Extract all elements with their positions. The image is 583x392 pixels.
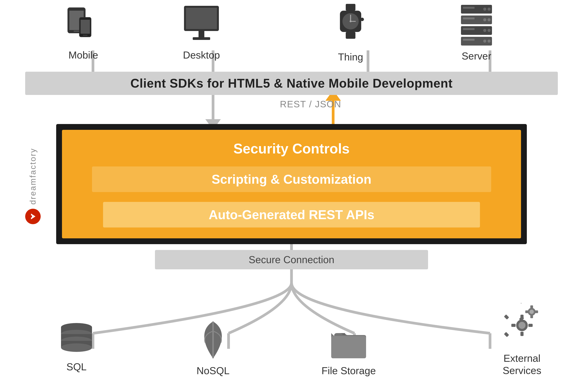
svg-point-45 [483,29,486,32]
svg-rect-60 [331,336,366,358]
sql-label: SQL [66,361,86,372]
svg-rect-32 [346,32,355,39]
secure-connection-bar: Secure Connection [155,250,428,269]
api-label: Auto-Generated REST APIs [209,207,374,222]
sql-icon-item: SQL [58,322,95,372]
nosql-icon [196,320,230,361]
mobile-icon-item: Mobile [66,6,101,61]
server-label: Server [462,50,491,62]
svg-point-48 [488,40,491,43]
df-inner-box: Security Controls Scripting & Customizat… [62,130,521,238]
file-storage-icon-item: File Storage [322,324,376,376]
sdk-bar: Client SDKs for HTML5 & Native Mobile De… [25,72,558,95]
svg-rect-73 [530,306,533,308]
svg-rect-20 [80,20,90,34]
svg-point-36 [488,8,491,11]
svg-point-72 [530,310,534,314]
svg-point-41 [483,18,486,21]
svg-rect-67 [519,303,524,304]
svg-point-44 [488,29,491,32]
svg-rect-26 [346,4,355,11]
thing-icon [335,4,366,47]
df-logo [25,209,41,224]
nosql-icon-item: NoSQL [196,320,230,376]
desktop-icon-item: Desktop [182,4,221,61]
svg-rect-24 [198,31,204,38]
svg-rect-74 [530,315,533,318]
svg-rect-76 [535,310,538,313]
desktop-icon [182,4,221,45]
server-icon [457,3,496,46]
svg-rect-64 [521,332,524,336]
svg-point-33 [361,18,364,21]
svg-point-49 [483,40,486,43]
svg-rect-69 [504,314,509,320]
rest-json-label: REST / JSON [280,99,341,110]
df-vertical-text: dreamfactory [28,148,37,204]
external-services-icon-item: ExternalServices [500,303,544,376]
external-services-icon [500,303,544,348]
dreamfactory-side-label: dreamfactory [25,132,41,240]
top-icons-row: Mobile Desktop [0,0,583,74]
thing-icon-item: Thing [335,4,366,63]
svg-rect-35 [463,7,475,9]
svg-rect-47 [463,39,475,41]
svg-point-31 [350,20,352,22]
sql-icon [58,322,95,357]
svg-rect-43 [463,28,475,30]
svg-rect-34 [461,5,492,14]
nosql-label: NoSQL [197,365,230,376]
svg-point-62 [519,322,526,329]
svg-rect-75 [525,310,528,313]
svg-rect-18 [74,30,79,32]
svg-rect-25 [193,37,210,40]
scripting-box: Scripting & Customization [92,166,491,192]
svg-rect-39 [463,18,475,20]
svg-rect-46 [461,37,492,46]
mobile-icon [66,6,101,45]
svg-rect-52 [30,216,32,218]
df-outer-box: Security Controls Scripting & Customizat… [56,124,527,244]
svg-rect-66 [528,324,533,327]
svg-rect-38 [461,16,492,24]
desktop-label: Desktop [183,49,220,61]
api-box: Auto-Generated REST APIs [103,202,480,228]
server-icon-item: Server [457,3,496,62]
svg-rect-68 [504,332,509,337]
scripting-label: Scripting & Customization [212,172,372,186]
svg-point-59 [61,343,92,352]
external-services-label: ExternalServices [503,352,541,376]
svg-rect-21 [83,35,87,36]
svg-rect-42 [461,26,492,35]
svg-rect-65 [511,324,516,327]
diagram-container: Mobile Desktop [0,0,583,392]
thing-label: Thing [338,51,363,63]
sdk-bar-text: Client SDKs for HTML5 & Native Mobile De… [130,76,453,90]
svg-rect-23 [186,8,217,29]
secure-connection-text: Secure Connection [249,254,334,266]
svg-point-40 [488,18,491,21]
file-storage-icon [329,324,368,361]
security-label: Security Controls [233,141,350,156]
file-storage-label: File Storage [322,365,376,376]
mobile-label: Mobile [68,49,98,61]
svg-point-37 [483,8,486,11]
